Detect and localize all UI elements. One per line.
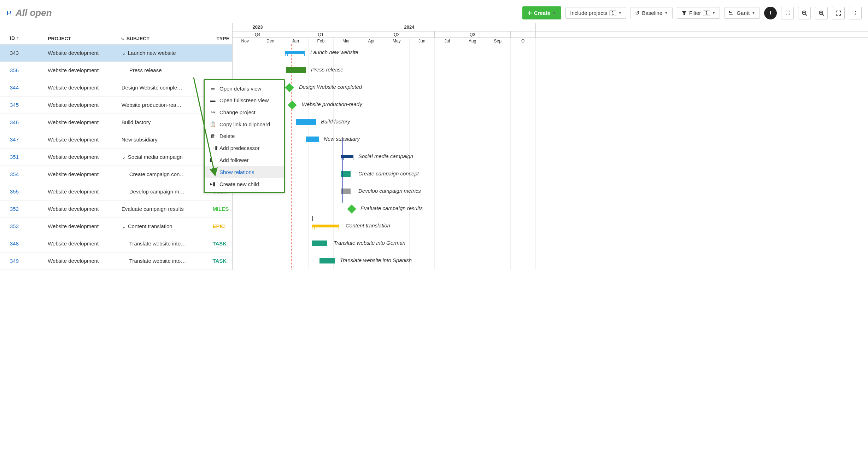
menu-item-copy-link[interactable]: 📋Copy link to clipboard <box>205 118 284 130</box>
gantt-row[interactable]: Design Website completed <box>233 79 868 96</box>
gantt-body[interactable]: Launch new websitePress releaseDesign We… <box>233 44 868 270</box>
gantt-row[interactable]: Evaluate campaign results <box>233 200 868 218</box>
work-package-id[interactable]: 347 <box>0 131 45 148</box>
menu-item-label: Change project <box>219 109 256 115</box>
table-row[interactable]: 356Website developmentPress release <box>0 62 232 79</box>
work-package-id[interactable]: 354 <box>0 166 45 183</box>
gantt-group-bar[interactable] <box>341 155 353 158</box>
info-icon-button[interactable]: i <box>764 7 777 19</box>
zoom-auto-button[interactable] <box>832 7 845 19</box>
expand-toggle-icon[interactable]: ⌄ <box>122 154 127 160</box>
table-row[interactable]: 348Website developmentTranslate website … <box>0 235 232 252</box>
subject-cell[interactable]: Build factory <box>118 114 210 131</box>
project-cell: Website development <box>45 114 118 131</box>
project-cell: Website development <box>45 218 118 235</box>
work-package-id[interactable]: 346 <box>0 114 45 131</box>
table-row[interactable]: 351Website development⌄Social media camp… <box>0 148 232 166</box>
table-row[interactable]: 344Website developmentDesign Website com… <box>0 79 232 96</box>
gantt-row[interactable]: Content translation <box>233 218 868 235</box>
gantt-milestone[interactable] <box>347 204 356 213</box>
column-header-subject[interactable]: ⤷ SUBJECT <box>118 23 210 44</box>
work-package-id[interactable]: 349 <box>0 252 45 270</box>
more-menu-button[interactable]: ⋮ <box>849 7 862 19</box>
gantt-group-bar[interactable] <box>312 225 339 227</box>
gantt-task-bar[interactable] <box>312 241 327 246</box>
include-projects-button[interactable]: Include projects 1 ▼ <box>565 7 626 19</box>
subject-cell[interactable]: Press release <box>118 62 210 79</box>
menu-item-open-fullscreen[interactable]: ▬Open fullscreen view <box>205 94 284 106</box>
menu-item-show-relations[interactable]: ⇢Show relations <box>205 166 284 178</box>
gantt-row[interactable]: Build factory <box>233 114 868 131</box>
gantt-task-bar[interactable] <box>341 171 351 177</box>
save-icon[interactable] <box>6 10 12 16</box>
gantt-row[interactable]: Translate website into Spanish <box>233 252 868 270</box>
gantt-milestone[interactable] <box>285 83 294 92</box>
gantt-row[interactable]: Launch new website <box>233 44 868 62</box>
work-package-id[interactable]: 355 <box>0 183 45 200</box>
gantt-row[interactable]: Develop campaign metrics <box>233 183 868 200</box>
table-row[interactable]: 345Website developmentWebsite production… <box>0 96 232 114</box>
work-package-id[interactable]: 356 <box>0 62 45 79</box>
create-button[interactable]: + Create ▼ <box>522 6 561 19</box>
column-header-id[interactable]: ID ↑ <box>0 23 45 44</box>
subject-cell[interactable]: Translate website into… <box>118 235 210 252</box>
work-package-id[interactable]: 345 <box>0 96 45 114</box>
gantt-milestone[interactable] <box>288 100 297 109</box>
table-row[interactable]: 354Website developmentCreate campaign co… <box>0 166 232 183</box>
zoom-in-button[interactable] <box>815 7 828 19</box>
table-row[interactable]: 346Website developmentBuild factory <box>0 114 232 131</box>
gantt-view-button[interactable]: Gantt ▼ <box>724 7 760 19</box>
type-cell: EPIC <box>210 218 232 235</box>
work-package-id[interactable]: 344 <box>0 79 45 96</box>
table-row[interactable]: 349Website developmentTranslate website … <box>0 252 232 270</box>
zen-mode-button[interactable]: ⛶ <box>781 7 794 19</box>
subject-cell[interactable]: ⌄Launch new website <box>118 44 210 62</box>
zoom-out-button[interactable] <box>798 7 811 19</box>
column-header-project[interactable]: PROJECT <box>45 23 118 44</box>
gantt-task-bar[interactable] <box>341 189 351 194</box>
menu-item-add-predecessor[interactable]: →▮Add predecessor <box>205 142 284 154</box>
subject-cell[interactable]: Design Website comple… <box>118 79 210 96</box>
gantt-row[interactable]: Press release <box>233 62 868 79</box>
work-package-id[interactable]: 353 <box>0 218 45 235</box>
gantt-task-bar[interactable] <box>319 258 335 263</box>
expand-toggle-icon[interactable]: ⌄ <box>122 50 127 56</box>
subject-cell[interactable]: Evaluate campaign results <box>118 200 210 218</box>
gantt-task-bar[interactable] <box>286 67 306 73</box>
menu-item-change-project[interactable]: ↪Change project <box>205 106 284 118</box>
gantt-row[interactable]: New subsidiary <box>233 131 868 148</box>
gantt-group-bar[interactable] <box>285 51 305 54</box>
expand-toggle-icon[interactable]: ⌄ <box>122 223 127 230</box>
timeline-year: 2024 <box>283 23 536 31</box>
gantt-task-bar[interactable] <box>296 119 316 125</box>
subject-cell[interactable]: Translate website into… <box>118 252 210 270</box>
menu-item-open-details[interactable]: ≣Open details view <box>205 82 284 94</box>
subject-cell[interactable]: Website production-rea… <box>118 96 210 114</box>
gantt-row[interactable]: Social media campaign <box>233 148 868 166</box>
table-row[interactable]: 347Website developmentNew subsidiary <box>0 131 232 148</box>
work-package-id[interactable]: 343 <box>0 44 45 62</box>
subject-cell[interactable]: Create campaign con… <box>118 166 210 183</box>
filter-icon <box>681 10 687 16</box>
menu-item-create-child[interactable]: ▸▮Create new child <box>205 178 284 190</box>
baseline-button[interactable]: ↺ Baseline ▼ <box>631 7 672 19</box>
table-row[interactable]: 352Website developmentEvaluate campaign … <box>0 200 232 218</box>
table-row[interactable]: 343Website development⌄Launch new websit… <box>0 44 232 62</box>
work-package-id[interactable]: 352 <box>0 200 45 218</box>
gantt-row[interactable]: Create campaign concept <box>233 166 868 183</box>
subject-cell[interactable]: ⌄Content translation <box>118 218 210 235</box>
menu-item-add-follower[interactable]: ▮→Add follower <box>205 154 284 166</box>
menu-item-delete[interactable]: 🗑Delete <box>205 130 284 142</box>
column-header-type[interactable]: TYPE <box>210 23 232 44</box>
table-row[interactable]: 353Website development⌄Content translati… <box>0 218 232 235</box>
filter-button[interactable]: Filter 1 ▼ <box>677 7 720 19</box>
work-package-id[interactable]: 348 <box>0 235 45 252</box>
gantt-row[interactable]: Website production-ready <box>233 96 868 114</box>
subject-cell[interactable]: Develop campaign m… <box>118 183 210 200</box>
gantt-row[interactable]: Translate website into German <box>233 235 868 252</box>
table-row[interactable]: 355Website developmentDevelop campaign m… <box>0 183 232 200</box>
work-package-id[interactable]: 351 <box>0 148 45 166</box>
gantt-task-bar[interactable] <box>306 137 319 142</box>
subject-cell[interactable]: New subsidiary <box>118 131 210 148</box>
subject-cell[interactable]: ⌄Social media campaign <box>118 148 210 166</box>
